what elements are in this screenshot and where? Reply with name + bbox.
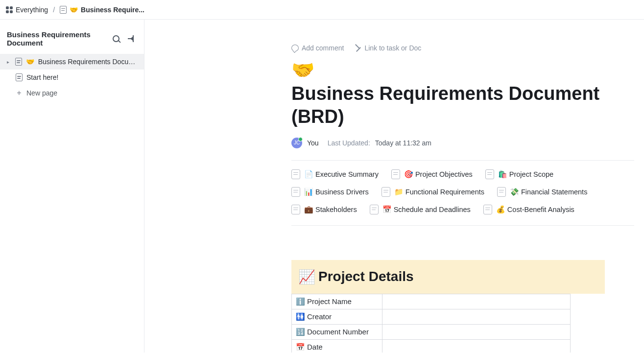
table-row: 🔢Document Number [292, 324, 571, 339]
breadcrumb-current[interactable]: 🤝 Business Require... [60, 6, 144, 14]
doc-icon [60, 6, 67, 14]
section-emoji: 💰 [496, 205, 505, 214]
sidebar-item-label: Start here! [26, 73, 58, 81]
section-label: Executive Summary [315, 170, 379, 178]
section-emoji: 🛍️ [498, 170, 507, 179]
doc-icon [291, 187, 300, 197]
breadcrumb-root[interactable]: Everything [6, 6, 48, 14]
add-comment-label: Add comment [302, 44, 344, 52]
add-comment-button[interactable]: Add comment [291, 44, 344, 52]
doc-icon [15, 58, 22, 66]
content: Add comment Link to task or Doc 🤝 Busine… [144, 20, 644, 353]
doc-icon [483, 205, 492, 214]
section-label: Financial Statements [521, 188, 587, 196]
project-details-banner: 📈 Project Details [291, 260, 605, 294]
section-link[interactable]: 🛍️Project Scope [485, 169, 553, 179]
detail-label-cell: ℹ️Project Name [292, 294, 382, 309]
sidebar: Business Requirements Document ▸ 🤝 Busin… [0, 20, 144, 353]
sidebar-item-emoji: 🤝 [26, 58, 34, 66]
section-link[interactable]: 💼Stakeholders [291, 205, 357, 214]
section-emoji: 💸 [510, 188, 519, 196]
doc-top-actions: Add comment Link to task or Doc [291, 44, 634, 52]
chevron-right-icon: ▸ [7, 59, 11, 65]
new-page-label: New page [26, 89, 57, 97]
section-label: Project Objectives [415, 170, 473, 178]
sidebar-header: Business Requirements Document [0, 30, 144, 47]
section-link[interactable]: 📊Business Drivers [291, 187, 369, 197]
section-label: Schedule and Deadlines [394, 206, 471, 213]
breadcrumb-emoji: 🤝 [70, 6, 78, 14]
doc-icon [16, 73, 23, 81]
breadcrumb: Everything / 🤝 Business Require... [0, 0, 644, 20]
heading-emoji: 📈 [298, 269, 315, 285]
section-link[interactable]: 📁Functional Requirements [382, 187, 484, 197]
breadcrumb-separator: / [53, 6, 55, 14]
author-name: You [307, 139, 319, 147]
sidebar-title: Business Requirements Document [7, 30, 106, 47]
link-icon [355, 45, 361, 51]
title-text: Business Requirements Document (BRD) [291, 82, 634, 129]
section-link[interactable]: 📅Schedule and Deadlines [370, 205, 471, 214]
doc-icon [497, 187, 506, 197]
sidebar-item-start-here[interactable]: Start here! [0, 70, 144, 85]
detail-label-cell: 📅Date [292, 339, 382, 353]
plus-icon: + [16, 89, 23, 97]
detail-value-cell[interactable] [382, 294, 571, 309]
section-label: Business Drivers [315, 188, 369, 196]
section-label: Functional Requirements [405, 188, 484, 196]
section-link[interactable]: 💸Financial Statements [497, 187, 587, 197]
new-page-button[interactable]: + New page [0, 85, 144, 101]
doc-meta: JC You Last Updated: Today at 11:32 am [291, 138, 634, 161]
detail-value-cell[interactable] [382, 324, 571, 339]
section-link[interactable]: 🎯Project Objectives [391, 169, 473, 179]
doc-icon [382, 187, 390, 197]
last-updated-label: Last Updated: [328, 139, 370, 147]
section-emoji: 📁 [394, 188, 404, 196]
page-title[interactable]: 🤝 Business Requirements Document (BRD) [291, 59, 634, 129]
link-task-label: Link to task or Doc [364, 44, 421, 52]
row-label: Date [307, 343, 323, 351]
detail-value-cell[interactable] [382, 309, 571, 324]
title-emoji: 🤝 [291, 59, 314, 82]
section-emoji: 📄 [304, 170, 313, 179]
row-emoji: ℹ️ [296, 297, 305, 306]
search-icon [113, 35, 119, 42]
section-label: Stakeholders [315, 206, 357, 213]
doc-icon [291, 169, 300, 179]
section-link[interactable]: 💰Cost-Benefit Analysis [483, 205, 574, 214]
row-emoji: 📅 [296, 343, 305, 351]
link-task-button[interactable]: Link to task or Doc [355, 44, 421, 52]
breadcrumb-root-label: Everything [16, 6, 48, 14]
section-emoji: 🎯 [404, 170, 413, 179]
doc-icon [391, 169, 400, 179]
section-emoji: 📅 [382, 205, 392, 214]
breadcrumb-current-label: Business Require... [81, 6, 144, 14]
collapse-sidebar-button[interactable] [126, 33, 137, 44]
doc-icon [485, 169, 494, 179]
project-details-table: ℹ️Project Name🚻Creator🔢Document Number📅D… [291, 294, 571, 353]
section-emoji: 📊 [304, 188, 313, 196]
avatar[interactable]: JC [291, 138, 302, 148]
detail-label-cell: 🚻Creator [292, 309, 382, 324]
row-emoji: 🔢 [296, 328, 305, 336]
section-label: Cost-Benefit Analysis [507, 206, 574, 213]
collapse-icon [128, 35, 136, 42]
detail-value-cell[interactable] [382, 339, 571, 353]
table-row: ℹ️Project Name [292, 294, 571, 309]
section-links: 📄Executive Summary🎯Project Objectives🛍️P… [291, 169, 634, 226]
row-emoji: 🚻 [296, 312, 305, 321]
sidebar-item-brd[interactable]: ▸ 🤝 Business Requirements Document ... [0, 54, 144, 70]
table-row: 🚻Creator [292, 309, 571, 324]
section-emoji: 💼 [304, 205, 313, 214]
table-row: 📅Date [292, 339, 571, 353]
comment-icon [291, 45, 299, 51]
row-label: Creator [307, 312, 332, 321]
row-label: Project Name [307, 297, 352, 306]
doc-icon [370, 205, 379, 214]
search-button[interactable] [111, 33, 121, 44]
heading-text: Project Details [318, 269, 414, 284]
detail-label-cell: 🔢Document Number [292, 324, 382, 339]
sidebar-item-label: Business Requirements Document ... [38, 58, 137, 66]
section-link[interactable]: 📄Executive Summary [291, 169, 379, 179]
last-updated-value: Today at 11:32 am [375, 139, 431, 147]
